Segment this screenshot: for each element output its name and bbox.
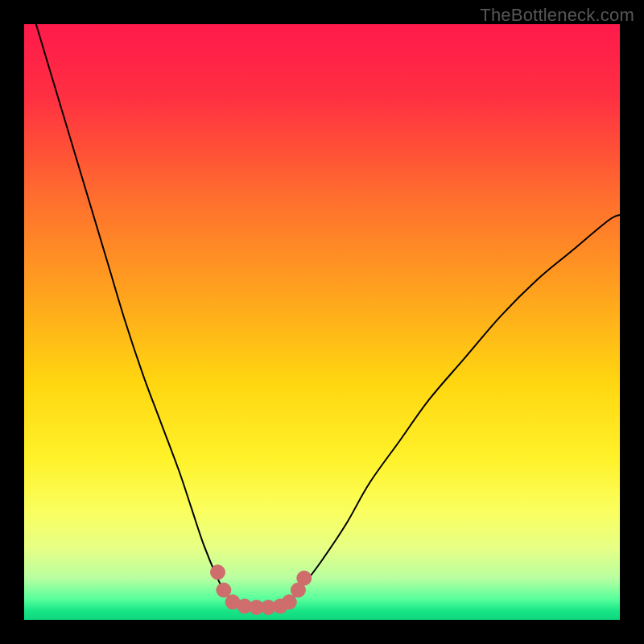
chart-frame: TheBottleneck.com xyxy=(0,0,644,644)
curve-line xyxy=(36,24,620,608)
curve-marker xyxy=(217,583,231,597)
curve-markers xyxy=(211,565,312,615)
curve-marker xyxy=(297,571,312,585)
plot-area xyxy=(24,24,620,620)
curve-marker xyxy=(282,595,296,609)
curve-marker xyxy=(211,565,225,580)
watermark-text: TheBottleneck.com xyxy=(480,5,634,26)
bottleneck-curve xyxy=(24,24,620,620)
